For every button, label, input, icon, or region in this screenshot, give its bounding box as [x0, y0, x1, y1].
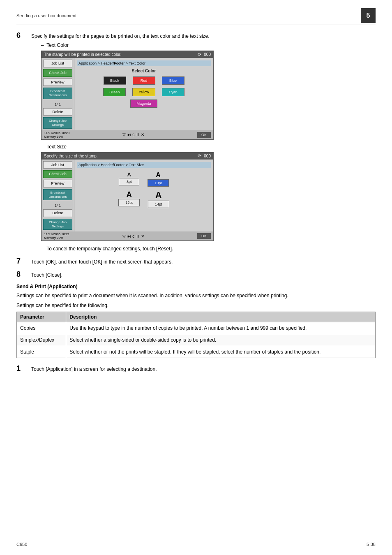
color-btn-black[interactable]: Black	[104, 76, 126, 85]
section-heading: Send & Print (Application)	[16, 284, 376, 289]
color-btn-yellow[interactable]: Yellow	[132, 88, 155, 96]
ui-topbar-color-text: The stamp will be printed in selected co…	[44, 52, 121, 57]
change-job-btn-color[interactable]: Change Job Settings	[43, 117, 72, 128]
step-8-num: 8	[16, 271, 31, 278]
ui-reset-icon[interactable]: ⟳	[198, 52, 201, 57]
param-cell: Simplex/Duplex	[17, 334, 66, 346]
ui-bottom-icons-color: ▽ ⏮ c ⏸ ✕	[122, 132, 144, 137]
size-btn-12pt[interactable]: 12pt	[118, 199, 140, 206]
sub-text-color-label: – Text Color	[41, 42, 376, 48]
size-item-14pt: A 14pt	[148, 191, 169, 208]
preview-btn-color[interactable]: Preview	[43, 79, 72, 86]
desc-cell: Select whether a single-sided or double-…	[66, 334, 376, 346]
sub-text-size-label: – Text Size	[41, 144, 376, 150]
check-job-btn-size[interactable]: Check Job	[43, 170, 72, 178]
cancel-note: – To cancel the temporarily changed sett…	[41, 245, 376, 252]
step-1-final-block: 1 Touch [Application] in a screen for se…	[16, 365, 376, 373]
sub-text-size: – Text Size Specify the size of the stam…	[41, 144, 376, 241]
icon-skip-back-s: ⏮	[127, 234, 131, 238]
color-btn-cyan[interactable]: Cyan	[162, 88, 184, 96]
ui-topbar-color-right: ⟳ 000	[198, 52, 211, 57]
color-btn-blue[interactable]: Blue	[162, 76, 184, 85]
ui-main-size: Application > Header/Footer > Text Size …	[74, 160, 213, 232]
letter-14pt: A	[155, 191, 162, 200]
step-6-text: Specify the settings for the pages to be…	[31, 32, 210, 40]
ui-reset-icon-size[interactable]: ⟳	[198, 153, 201, 159]
ui-color-row-2: Green Yellow Cyan	[81, 88, 207, 96]
step-6-num: 6	[16, 32, 31, 39]
step-7-block: 7 Touch [OK], and then touch [OK] in the…	[16, 257, 376, 266]
ui-section-title-color: Select Color	[77, 69, 211, 73]
desc-cell: Use the keypad to type in the number of …	[66, 322, 376, 334]
icon-c-s: c	[132, 234, 134, 238]
ui-sidebar-color: Job List Check Job Preview Broadcast Des…	[42, 58, 74, 130]
ui-memory-size: Memory 99%	[44, 236, 63, 240]
page-header-title: Sending a user box document	[16, 13, 76, 18]
page-number-badge: 5	[361, 8, 376, 23]
step-1-final-num: 1	[16, 365, 31, 372]
delete-btn-color[interactable]: Delete	[43, 108, 72, 116]
ui-breadcrumb-color: Application > Header/Footer > Text Color	[77, 60, 211, 66]
page-footer: C650 5-38	[16, 540, 376, 547]
size-item-8pt: A 8pt	[119, 172, 139, 187]
param-table-col1: Parameter	[17, 312, 66, 322]
ui-topbar-size-right: ⟳ 000	[198, 153, 211, 159]
ok-btn-size[interactable]: OK	[197, 233, 211, 239]
ok-btn-color[interactable]: OK	[197, 132, 211, 138]
check-job-btn-color[interactable]: Check Job	[43, 69, 72, 77]
ui-breadcrumb-size: Application > Header/Footer > Text Size	[77, 162, 211, 168]
ui-topbar-size: Specify the size of the stamp. ⟳ 000	[42, 153, 213, 160]
color-btn-magenta[interactable]: Magenta	[130, 99, 157, 108]
step-6-block: 6 Specify the settings for the pages to …	[16, 32, 376, 252]
step-8-block: 8 Touch [Close].	[16, 271, 376, 279]
delete-btn-size[interactable]: Delete	[43, 209, 72, 217]
job-list-btn-color[interactable]: Job List	[43, 60, 72, 67]
section-body-2: Settings can be specified for the follow…	[16, 302, 376, 309]
ui-memory-color: Memory 99%	[44, 135, 63, 139]
size-btn-8pt[interactable]: 8pt	[119, 178, 139, 185]
icon-interrupt: ⏸	[136, 132, 140, 137]
preview-btn-size[interactable]: Preview	[43, 180, 72, 187]
table-row: Simplex/DuplexSelect whether a single-si…	[17, 334, 376, 346]
ui-sidebar-size: Job List Check Job Preview Broadcast Des…	[42, 160, 74, 232]
param-cell: Copies	[17, 322, 66, 334]
sub-text-color: – Text Color The stamp will be printed i…	[41, 42, 376, 140]
step-6-header: 6 Specify the settings for the pages to …	[16, 32, 376, 40]
broadcast-btn-size[interactable]: Broadcast Destinations	[43, 189, 72, 200]
ui-date-color: 11/21/2006 18:20	[44, 131, 69, 135]
size-btn-10pt[interactable]: 10pt	[148, 179, 169, 187]
ui-bottom-icons-size: ▽ ⏮ c ⏸ ✕	[122, 234, 144, 238]
ui-counter-size: 000	[204, 154, 211, 158]
footer-right: 5-38	[367, 542, 376, 547]
ui-topbar-size-text: Specify the size of the stamp.	[44, 154, 98, 158]
icon-power: ✕	[141, 132, 144, 137]
color-btn-red[interactable]: Red	[133, 76, 155, 85]
step-1-final-text: Touch [Application] in a screen for sele…	[31, 365, 157, 373]
param-table-col2: Description	[66, 312, 376, 322]
page: Sending a user box document 5 6 Specify …	[0, 0, 392, 555]
icon-interrupt-s: ⏸	[136, 234, 140, 238]
ui-body-color: Job List Check Job Preview Broadcast Des…	[42, 58, 213, 130]
page-header: Sending a user box document 5	[16, 8, 376, 25]
icon-c: c	[132, 132, 134, 137]
table-row: CopiesUse the keypad to type in the numb…	[17, 322, 376, 334]
icon-power-s: ✕	[141, 234, 144, 238]
step-7-header: 7 Touch [OK], and then touch [OK] in the…	[16, 257, 376, 266]
letter-8pt: A	[127, 172, 131, 177]
ui-panel-color: The stamp will be printed in selected co…	[41, 51, 214, 140]
broadcast-btn-color[interactable]: Broadcast Destinations	[43, 88, 72, 99]
step-7-text: Touch [OK], and then touch [OK] in the n…	[31, 257, 173, 266]
ui-color-row-1: Black Red Blue	[81, 76, 207, 85]
icon-triangle: ▽	[122, 132, 126, 137]
change-job-btn-size[interactable]: Change Job Settings	[43, 219, 72, 230]
footer-left: C650	[16, 542, 27, 547]
ui-panel-size: Specify the size of the stamp. ⟳ 000 Job…	[41, 152, 214, 241]
size-btn-14pt[interactable]: 14pt	[148, 201, 169, 208]
ui-datetime-size: 11/21/2006 18:21 Memory 99%	[44, 232, 69, 240]
param-table: Parameter Description CopiesUse the keyp…	[16, 312, 376, 358]
color-btn-green[interactable]: Green	[103, 88, 126, 96]
icon-triangle-s: ▽	[122, 234, 126, 238]
section-body-1: Settings can be specified to print a doc…	[16, 292, 376, 299]
job-list-btn-size[interactable]: Job List	[43, 161, 72, 169]
ui-body-size: Job List Check Job Preview Broadcast Des…	[42, 160, 213, 232]
